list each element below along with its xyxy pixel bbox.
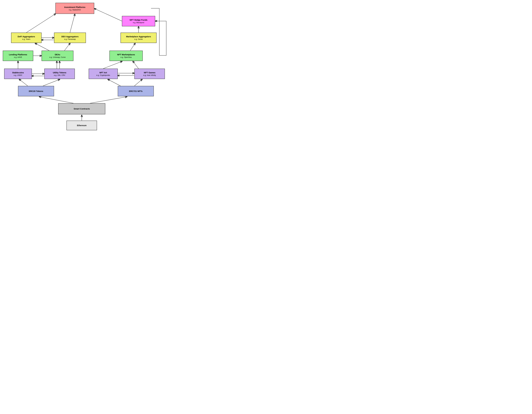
- nft-games-label: NFT Games: [144, 71, 155, 74]
- svg-line-17: [35, 43, 49, 51]
- nft-art-node: NFT Art e.g. Cryptopunks: [89, 69, 118, 79]
- dexs-subtitle: e.g. Uniswap, Curve: [49, 56, 66, 58]
- ethereum-node: Ethereum: [66, 121, 97, 130]
- svg-line-1: [39, 97, 73, 103]
- svg-line-18: [64, 43, 70, 51]
- diagram-container: Ethereum Smart Contracts ERC20 Tokens ER…: [0, 0, 177, 138]
- svg-line-6: [134, 79, 142, 86]
- svg-line-25: [95, 9, 122, 21]
- nft-art-label: NFT Art: [99, 71, 107, 74]
- svg-line-5: [108, 79, 121, 86]
- dexs-node: DEXs e.g. Uniswap, Curve: [42, 51, 73, 61]
- svg-line-14: [133, 61, 139, 69]
- nft-hedge-label: NFT Hedge Funds: [130, 19, 147, 21]
- utility-tokens-node: Utility Tokens e.g. UNI, CRV: [44, 69, 75, 79]
- stablecoins-node: Stablecoins e.g. USDC: [4, 69, 32, 79]
- nft-art-subtitle: e.g. Cryptopunks: [96, 74, 110, 76]
- marketplace-agg-node: Marketplace Aggregators e.g. Genie: [121, 33, 157, 43]
- defi-agg-node: DeFi Aggregators e.g. Yearn: [11, 33, 42, 43]
- utility-tokens-label: Utility Tokens: [53, 71, 66, 74]
- utility-tokens-subtitle: e.g. UNI, CRV: [54, 74, 65, 76]
- nft-hedge-subtitle: e.g. Blackpool: [133, 21, 144, 24]
- investment-node: Investment Platforms e.g. StakeDAO: [56, 3, 94, 14]
- stablecoins-subtitle: e.g. USDC: [14, 74, 22, 76]
- lending-label: Lending Platforms: [9, 53, 27, 56]
- nft-games-subtitle: e.g. Axie Infinity: [143, 74, 156, 76]
- svg-line-3: [19, 79, 28, 86]
- marketplace-agg-label: Marketplace Aggregators: [126, 35, 151, 38]
- smart-contracts-label: Smart Contracts: [74, 107, 90, 110]
- nft-hedge-node: NFT Hedge Funds e.g. Blackpool: [122, 16, 155, 26]
- lending-subtitle: e.g. AAVE: [14, 56, 22, 58]
- erc20-label: ERC20 Tokens: [29, 90, 43, 92]
- svg-line-24: [70, 14, 75, 33]
- stablecoins-label: Stablecoins: [12, 71, 24, 74]
- nft-games-node: NFT Games e.g. Axie Infinity: [134, 69, 165, 79]
- svg-line-13: [103, 61, 122, 69]
- svg-line-4: [43, 79, 60, 86]
- erc721-node: ERC721 NFTs: [118, 86, 154, 96]
- nft-marketplaces-label: NFT Marketplaces: [117, 53, 135, 56]
- dex-agg-node: DEX Aggregators e.g. Paraswap: [54, 33, 86, 43]
- investment-label: Investment Platforms: [64, 6, 86, 9]
- dex-agg-label: DEX Aggregators: [61, 35, 78, 38]
- defi-agg-label: DeFi Aggregators: [18, 35, 35, 38]
- erc721-label: ERC721 NFTs: [129, 90, 142, 92]
- svg-line-21: [130, 43, 135, 51]
- nft-marketplaces-subtitle: e.g. OpenSea: [121, 56, 132, 58]
- ethereum-label: Ethereum: [77, 124, 86, 127]
- svg-line-2: [90, 97, 127, 103]
- svg-line-23: [26, 14, 56, 33]
- nft-marketplaces-node: NFT Marketplaces e.g. OpenSea: [109, 51, 143, 61]
- investment-subtitle: e.g. StakeDAO: [69, 9, 81, 11]
- lending-node: Lending Platforms e.g. AAVE: [3, 51, 33, 61]
- defi-agg-subtitle: e.g. Yearn: [22, 38, 30, 40]
- dex-agg-subtitle: e.g. Paraswap: [64, 38, 76, 40]
- dexs-label: DEXs: [55, 53, 60, 56]
- erc20-node: ERC20 Tokens: [18, 86, 54, 96]
- smart-contracts-node: Smart Contracts: [58, 103, 105, 114]
- marketplace-agg-subtitle: e.g. Genie: [134, 38, 143, 40]
